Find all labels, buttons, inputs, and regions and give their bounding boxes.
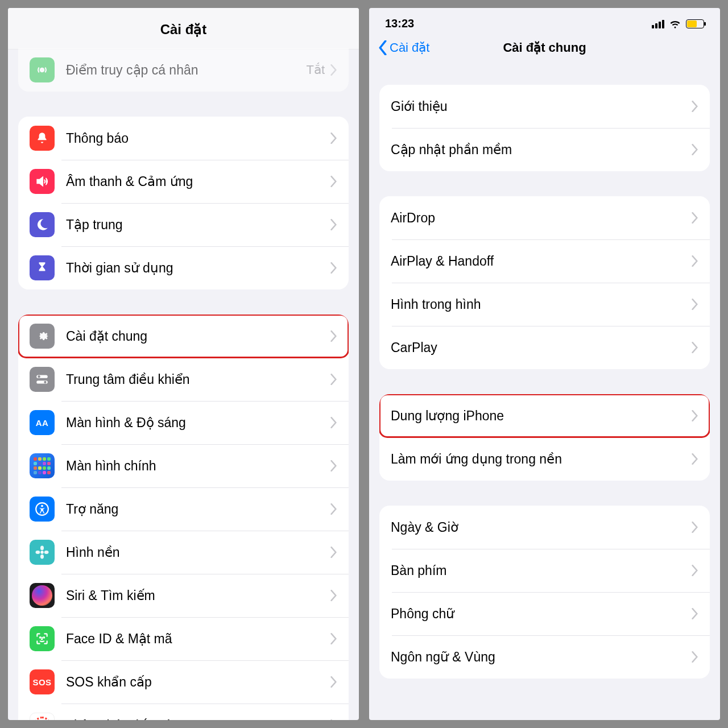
status-indicators	[652, 18, 704, 30]
row-label: Trung tâm điều khiển	[66, 372, 330, 387]
row-fonts[interactable]: Phông chữ	[379, 592, 710, 635]
svg-point-12	[40, 637, 41, 638]
chevron-right-icon	[692, 144, 698, 155]
hotspot-icon	[30, 57, 55, 82]
row-language[interactable]: Ngôn ngữ & Vùng	[379, 635, 710, 679]
status-bar: 13:23	[369, 8, 720, 32]
control-center-icon	[30, 367, 55, 392]
row-about[interactable]: Giới thiệu	[379, 85, 710, 128]
row-personal-hotspot[interactable]: Điểm truy cập cá nhân Tắt	[18, 48, 349, 92]
chevron-right-icon	[330, 676, 337, 688]
cellular-signal-icon	[652, 19, 664, 28]
chevron-right-icon	[330, 503, 337, 515]
general-group-2: AirDropAirPlay & HandoffHình trong hìnhC…	[379, 196, 710, 369]
status-time: 13:23	[385, 17, 414, 30]
notifications-icon	[30, 126, 55, 151]
row-home-screen[interactable]: Màn hình chính	[18, 444, 349, 487]
row-label: AirDrop	[391, 210, 692, 226]
row-control-center[interactable]: Trung tâm điều khiển	[18, 358, 349, 401]
chevron-right-icon	[692, 608, 698, 619]
row-pip[interactable]: Hình trong hình	[379, 283, 710, 326]
chevron-right-icon	[330, 330, 337, 342]
chevron-right-icon	[692, 410, 698, 421]
svg-point-13	[43, 637, 44, 638]
row-label: Thông báo	[66, 131, 330, 146]
row-faceid[interactable]: Face ID & Mật mã	[18, 617, 349, 660]
row-label: Siri & Tìm kiếm	[66, 588, 330, 603]
svg-point-6	[41, 505, 43, 507]
row-airplay[interactable]: AirPlay & Handoff	[379, 239, 710, 283]
svg-point-11	[44, 551, 49, 554]
chevron-right-icon	[692, 453, 698, 465]
chevron-right-icon	[692, 651, 698, 663]
chevron-right-icon	[330, 176, 337, 187]
row-carplay[interactable]: CarPlay	[379, 326, 710, 369]
wifi-icon	[669, 18, 681, 30]
general-group-4: Ngày & GiờBàn phímPhông chữNgôn ngữ & Vù…	[379, 506, 710, 679]
row-software-update[interactable]: Cập nhật phần mềm	[379, 128, 710, 171]
row-wallpaper[interactable]: Hình nền	[18, 531, 349, 574]
row-label: Thời gian sử dụng	[66, 260, 330, 276]
row-screentime[interactable]: Thời gian sử dụng	[18, 246, 349, 289]
chevron-right-icon	[692, 255, 698, 267]
chevron-right-icon	[330, 719, 337, 720]
row-general[interactable]: Cài đặt chung	[18, 315, 349, 358]
screentime-icon	[30, 255, 55, 280]
row-sos[interactable]: SOSSOS khẩn cấp	[18, 660, 349, 704]
chevron-right-icon	[692, 342, 698, 353]
row-label: CarPlay	[391, 340, 692, 355]
row-airdrop[interactable]: AirDrop	[379, 196, 710, 239]
row-accessibility[interactable]: Trợ năng	[18, 487, 349, 531]
siri-icon	[30, 583, 55, 608]
svg-point-3	[38, 375, 40, 378]
accessibility-icon	[30, 497, 55, 522]
settings-group-2: Cài đặt chungTrung tâm điều khiểnAAMàn h…	[18, 315, 349, 720]
row-label: Âm thanh & Cảm ứng	[66, 174, 330, 189]
row-label: Màn hình & Độ sáng	[66, 415, 330, 431]
settings-group-1: Thông báoÂm thanh & Cảm ứngTập trungThời…	[18, 117, 349, 289]
home-screen-icon	[30, 453, 55, 478]
row-label: AirPlay & Handoff	[391, 254, 692, 269]
svg-point-9	[40, 555, 44, 559]
svg-point-7	[40, 551, 43, 553]
svg-point-0	[40, 68, 44, 72]
chevron-right-icon	[330, 133, 337, 144]
row-label: Phông chữ	[391, 606, 692, 622]
chevron-right-icon	[330, 219, 337, 230]
row-label: Hình nền	[66, 545, 330, 560]
sos-icon: SOS	[30, 669, 55, 694]
focus-icon	[30, 212, 55, 237]
row-display[interactable]: AAMàn hình & Độ sáng	[18, 401, 349, 444]
row-label: Giới thiệu	[391, 99, 692, 114]
chevron-right-icon	[692, 522, 698, 533]
settings-group-partial: Điểm truy cập cá nhân Tắt	[18, 48, 349, 92]
row-label: Cài đặt chung	[66, 329, 330, 344]
settings-list[interactable]: Điểm truy cập cá nhân Tắt Thông báoÂm th…	[8, 48, 359, 720]
row-storage[interactable]: Dung lượng iPhone	[379, 394, 710, 437]
chevron-right-icon	[330, 633, 337, 644]
svg-point-4	[44, 381, 46, 383]
row-label: Dung lượng iPhone	[391, 408, 692, 424]
row-siri[interactable]: Siri & Tìm kiếm	[18, 574, 349, 617]
back-button[interactable]: Cài đặt	[378, 40, 429, 55]
faceid-icon	[30, 626, 55, 651]
chevron-right-icon	[330, 262, 337, 274]
row-label: SOS khẩn cấp	[66, 675, 330, 690]
battery-icon	[686, 19, 704, 28]
chevron-right-icon	[330, 64, 337, 76]
row-exposure[interactable]: Thông báo tiếp xúc	[18, 704, 349, 720]
row-keyboard[interactable]: Bàn phím	[379, 549, 710, 592]
row-notifications[interactable]: Thông báo	[18, 117, 349, 160]
settings-screen: Cài đặt Điểm truy cập cá nhân Tắt Thông …	[8, 8, 359, 720]
chevron-right-icon	[692, 299, 698, 310]
back-label: Cài đặt	[390, 40, 429, 55]
chevron-right-icon	[330, 590, 337, 601]
row-sounds[interactable]: Âm thanh & Cảm ứng	[18, 160, 349, 203]
general-list[interactable]: Giới thiệuCập nhật phần mềm AirDropAirPl…	[369, 65, 720, 720]
exposure-icon	[30, 713, 55, 720]
row-bg-refresh[interactable]: Làm mới ứng dụng trong nền	[379, 437, 710, 481]
row-date-time[interactable]: Ngày & Giờ	[379, 506, 710, 549]
row-focus[interactable]: Tập trung	[18, 203, 349, 246]
row-label: Màn hình chính	[66, 458, 330, 474]
row-label: Tập trung	[66, 217, 330, 233]
